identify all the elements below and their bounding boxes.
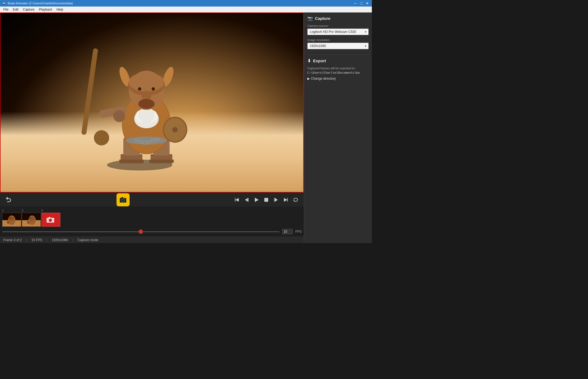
menu-help[interactable]: Help <box>54 7 65 12</box>
resolution-select[interactable]: 1920x1080 1280x720 640x480 <box>307 43 369 49</box>
frame-thumb-2[interactable] <box>22 213 41 227</box>
change-dir-label: Change directory <box>311 77 336 80</box>
app-title: Boats Animator (C:\Users\Charlie\Documen… <box>8 2 73 5</box>
svg-marker-46 <box>255 198 259 202</box>
camera-viewport <box>0 13 304 192</box>
export-description: Captured frames will be exported to: <box>307 67 369 70</box>
svg-marker-48 <box>275 198 278 202</box>
frame-number-3: 3 <box>41 209 43 212</box>
camera-source-select[interactable]: Logitech HD Pro Webcam C920 <box>307 29 369 35</box>
status-sep-1: | <box>26 238 27 242</box>
capture-title: Capture <box>315 16 330 21</box>
frame-container-1: 1 <box>2 209 21 227</box>
frame-camera-icon <box>42 213 60 226</box>
svg-point-24 <box>113 110 125 122</box>
frame-number-1: 1 <box>2 209 4 212</box>
scene <box>1 13 303 192</box>
svg-rect-25 <box>81 48 98 135</box>
undo-button[interactable] <box>4 195 13 204</box>
change-directory-button[interactable]: ▶ Change directory <box>307 77 369 80</box>
resolution-select-wrapper: 1920x1080 1280x720 640x480 ▼ <box>307 43 369 49</box>
playhead-row: FPS <box>0 228 304 237</box>
frame-number-2: 2 <box>22 209 23 212</box>
menu-capture[interactable]: Capture <box>21 7 37 12</box>
title-bar: 🚢 Boats Animator (C:\Users\Charlie\Docum… <box>0 0 372 7</box>
svg-point-33 <box>138 87 141 91</box>
svg-point-56 <box>9 217 11 219</box>
svg-marker-43 <box>235 198 239 202</box>
svg-point-26 <box>94 130 109 145</box>
change-dir-arrow: ▶ <box>307 77 310 80</box>
svg-point-41 <box>125 198 126 199</box>
right-panel: 📷 Capture Camera source: Logitech HD Pro… <box>304 13 372 243</box>
camera-label: Camera source: <box>307 24 369 27</box>
fps-input[interactable] <box>282 229 293 234</box>
svg-marker-51 <box>287 198 288 202</box>
play-button[interactable] <box>253 196 260 204</box>
resolution-label: Image resolution: <box>307 38 369 42</box>
svg-rect-40 <box>121 197 123 198</box>
menu-edit[interactable]: Edit <box>11 7 21 12</box>
stop-button[interactable] <box>262 196 270 204</box>
export-section: ⬇ Export Captured frames will be exporte… <box>307 58 369 80</box>
next-frame-button[interactable] <box>272 196 280 204</box>
left-area: 1 <box>0 13 304 243</box>
prev-frame-button[interactable] <box>243 196 250 204</box>
svg-point-34 <box>152 87 155 91</box>
svg-point-62 <box>29 217 31 219</box>
capture-button[interactable] <box>117 193 130 206</box>
frame-strip: 1 <box>0 207 304 228</box>
svg-point-57 <box>7 221 10 224</box>
frame-image-1 <box>2 213 21 226</box>
skip-end-button[interactable] <box>282 196 290 204</box>
minimize-button[interactable]: ─ <box>353 1 358 6</box>
svg-rect-49 <box>274 198 275 202</box>
main-layout: 1 <box>0 13 372 243</box>
skip-start-button[interactable] <box>233 196 241 204</box>
control-bar <box>0 192 304 207</box>
svg-marker-42 <box>235 198 235 202</box>
svg-marker-50 <box>284 198 287 202</box>
svg-point-31 <box>129 73 164 92</box>
status-mode: Capture mode <box>78 238 98 242</box>
status-resolution: 1920x1080 <box>52 238 68 242</box>
title-bar-controls: ─ □ ✕ <box>353 1 370 6</box>
frame-container-3: 3 <box>41 209 60 227</box>
menu-playback[interactable]: Playback <box>37 7 54 12</box>
frame-image-2 <box>22 213 41 226</box>
status-sep-2: | <box>47 238 47 242</box>
capture-section-header: 📷 Capture <box>307 16 369 21</box>
loop-button[interactable] <box>292 196 299 204</box>
playback-controls <box>233 196 299 204</box>
timeline: 1 <box>0 207 304 237</box>
svg-point-22 <box>172 127 178 132</box>
close-button[interactable]: ✕ <box>365 1 370 6</box>
export-title: Export <box>313 58 326 63</box>
playhead-slider[interactable] <box>2 231 280 232</box>
svg-rect-4 <box>149 160 174 163</box>
capture-section: 📷 Capture Camera source: Logitech HD Pro… <box>307 16 369 49</box>
viking-figure <box>77 32 213 173</box>
export-section-header: ⬇ Export <box>307 58 369 63</box>
svg-rect-66 <box>49 217 50 218</box>
frame-thumb-3[interactable] <box>41 213 60 227</box>
svg-point-63 <box>27 221 30 224</box>
camera-select-wrapper: Logitech HD Pro Webcam C920 ▼ <box>307 29 369 35</box>
status-fps: 15 FPS <box>31 238 42 242</box>
svg-rect-47 <box>264 198 268 202</box>
status-sep-3: | <box>72 238 73 242</box>
frame-thumb-1[interactable] <box>2 213 21 227</box>
svg-point-35 <box>138 99 155 109</box>
maximize-button[interactable]: □ <box>359 1 364 6</box>
camera-icon: 📷 <box>307 16 313 21</box>
menu-bar: File Edit Capture Playback Help <box>0 7 372 13</box>
svg-point-9 <box>126 136 167 145</box>
title-bar-left: 🚢 Boats Animator (C:\Users\Charlie\Docum… <box>2 2 73 5</box>
frame-container-2: 2 <box>22 209 41 227</box>
svg-point-67 <box>53 218 54 219</box>
export-icon: ⬇ <box>307 58 311 63</box>
status-bar: Frame 3 of 2 | 15 FPS | 1920x1080 | Capt… <box>0 237 304 243</box>
app-icon: 🚢 <box>2 2 6 5</box>
menu-file[interactable]: File <box>1 7 11 12</box>
section-divider <box>307 55 369 55</box>
